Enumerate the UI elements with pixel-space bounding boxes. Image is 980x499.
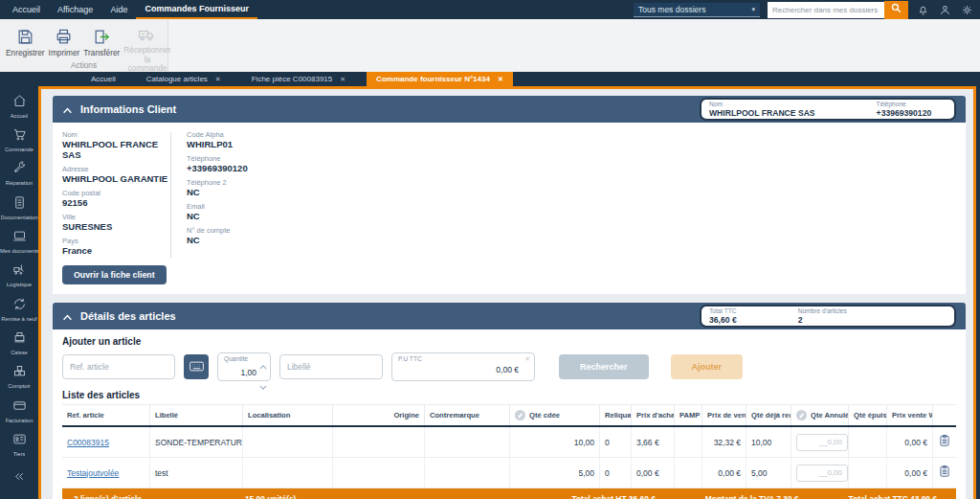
- tab-accueil[interactable]: Accueil: [81, 72, 125, 86]
- unit-price-field[interactable]: P.U TTC 0,00 € ✕: [391, 352, 535, 381]
- close-tab-icon[interactable]: ✕: [215, 76, 221, 83]
- sidebar-item-reparation[interactable]: Réparation: [0, 157, 38, 191]
- tab-label: Accueil: [91, 75, 116, 83]
- articles-table: Ref. article Libellé Localisation Origin…: [62, 404, 956, 499]
- sidebar-item-documentation[interactable]: Documentation: [0, 191, 38, 224]
- qte-annulee-input[interactable]: [796, 465, 848, 482]
- sidebar-item-commande[interactable]: Commande: [0, 123, 38, 156]
- refurbish-icon: [12, 297, 27, 315]
- laptop-docs-icon: [12, 229, 27, 247]
- document-tabbar: Accueil Catalogue articles ✕ Fiche pièce…: [0, 72, 980, 86]
- libelle-input[interactable]: [279, 354, 383, 379]
- settings-gear-icon[interactable]: [960, 3, 974, 17]
- ref-article-input[interactable]: [62, 354, 175, 379]
- search-input[interactable]: [768, 2, 884, 18]
- footer-unit-count: 15,00 unité(s): [245, 494, 297, 499]
- client-info-panel: NomWHIRLPOOL FRANCE SAS AdresseWHIRLPOOL…: [53, 123, 966, 294]
- document-icon: [12, 195, 27, 214]
- cash-register-icon: [12, 330, 27, 349]
- footer-total-ht: Total achat HT 36,60 €: [571, 494, 655, 499]
- quantity-value: 1,00: [240, 368, 256, 377]
- chevron-down-icon: ▾: [751, 6, 755, 13]
- clipboard-icon: [938, 465, 951, 481]
- chevrons-left-icon: [13, 469, 26, 487]
- client-summary-name: WHIRLPOOL FRANCE SAS: [709, 108, 815, 118]
- client-num-compte: NC: [187, 235, 248, 245]
- menu-aide[interactable]: Aide: [101, 0, 136, 19]
- nav-sidebar: Accueil Commande Réparation Documentatio…: [0, 86, 38, 499]
- footer-total-ttc: Total achat TTC 43,90 €: [849, 494, 937, 499]
- client-telephone2: NC: [187, 187, 248, 197]
- sidebar-item-logistique[interactable]: Logistique: [0, 259, 38, 292]
- search-button[interactable]: [884, 1, 908, 19]
- wrench-icon: [12, 161, 27, 179]
- tab-label: Fiche pièce C00083915: [252, 75, 333, 83]
- tab-label: Catalogue articles: [146, 75, 208, 83]
- sidebar-item-mes-documents[interactable]: Mes documents: [0, 224, 38, 258]
- table-header-row: Ref. article Libellé Localisation Origin…: [62, 405, 956, 427]
- article-ref-link[interactable]: Testajoutvolée: [67, 468, 119, 478]
- printer-icon: [55, 26, 73, 47]
- row-detail-button[interactable]: [938, 434, 951, 450]
- client-adresse: WHIRLPOOL GARANTIE: [62, 173, 170, 184]
- client-code-postal: 92156: [62, 197, 170, 208]
- client-telephone: +33969390120: [187, 163, 248, 173]
- client-pays: France: [62, 245, 170, 256]
- clear-icon[interactable]: ✕: [524, 355, 530, 363]
- article-ref-link[interactable]: C00083915: [67, 438, 109, 447]
- open-client-file-button[interactable]: Ouvrir la fiche client: [62, 265, 167, 284]
- client-summary-box: Nom WHIRLPOOL FRANCE SAS Téléphone +3396…: [700, 98, 956, 121]
- qte-annulee-input[interactable]: [796, 434, 848, 451]
- quantity-stepper[interactable]: Quantité 1,00: [217, 352, 271, 381]
- edit-column-icon: [796, 410, 807, 420]
- sidebar-item-tiers[interactable]: Tiers: [0, 427, 38, 461]
- tab-commande-fournisseur[interactable]: Commande fournisseur N°1434 ✕: [367, 72, 513, 86]
- spinner-up-icon[interactable]: [259, 356, 267, 374]
- tab-fiche-piece[interactable]: Fiche pièce C00083915 ✕: [242, 72, 355, 86]
- search-article-button[interactable]: Rechercher: [559, 354, 649, 379]
- client-code-alpha: WHIRLP01: [187, 139, 248, 149]
- add-article-title: Ajouter un article: [62, 336, 956, 347]
- column-divider: [170, 132, 171, 259]
- menu-affichage[interactable]: Affichage: [49, 0, 101, 19]
- menu-accueil[interactable]: Accueil: [4, 0, 49, 19]
- table-row: C00083915 SONDE-TEMPERATURE NTC... 10,00…: [62, 427, 956, 458]
- row-detail-button[interactable]: [938, 465, 951, 481]
- add-article-button[interactable]: Ajouter: [671, 354, 744, 379]
- invoice-card-icon: [12, 398, 27, 417]
- sidebar-item-facturation[interactable]: Facturation: [0, 394, 38, 427]
- cart-icon: [12, 127, 27, 146]
- client-section-header[interactable]: Informations Client Nom WHIRLPOOL FRANCE…: [53, 96, 966, 123]
- counter-icon: [12, 364, 27, 382]
- sidebar-item-comptoir[interactable]: Comptoir: [0, 360, 38, 394]
- tab-catalogue-articles[interactable]: Catalogue articles ✕: [137, 72, 231, 86]
- sidebar-item-caisse[interactable]: Caisse: [0, 326, 38, 359]
- articles-section-title: Détails des articles: [80, 310, 176, 322]
- add-article-form: Quantité 1,00 P.U TTC 0,00 € ✕ Recherche…: [62, 352, 956, 381]
- menu-commandes-fournisseur[interactable]: Commandes Fournisseur: [136, 0, 257, 19]
- sidebar-item-remise-a-neuf[interactable]: Remise à neuf: [0, 292, 38, 326]
- ribbon-group-actions: Enregistrer Imprimer Transférer Réceptio…: [0, 19, 168, 72]
- transfer-icon: [93, 26, 111, 47]
- chevron-up-icon[interactable]: [62, 101, 73, 118]
- close-tab-icon[interactable]: ✕: [340, 76, 345, 83]
- sidebar-item-accueil[interactable]: Accueil: [0, 89, 38, 123]
- home-icon: [12, 94, 27, 112]
- sidebar-collapse-button[interactable]: [0, 462, 38, 495]
- search-icon: [890, 2, 902, 17]
- spinner-down-icon[interactable]: [259, 376, 267, 394]
- article-lookup-button[interactable]: [184, 354, 209, 379]
- unit-price-value: 0,00 €: [496, 365, 519, 374]
- ribbon-group-label: Actions: [0, 60, 167, 70]
- chevron-up-icon[interactable]: [62, 307, 73, 325]
- folder-filter-select[interactable]: Tous mes dossiers ▾: [634, 3, 760, 17]
- articles-section-header[interactable]: Détails des articles Total TTC 36,60 € N…: [53, 303, 966, 329]
- print-button-label: Imprimer: [49, 49, 80, 58]
- notifications-bell-icon[interactable]: [916, 3, 930, 17]
- user-account-icon[interactable]: [938, 3, 952, 17]
- id-card-icon: [12, 432, 27, 450]
- forklift-icon: [12, 262, 27, 281]
- client-email: NC: [187, 211, 248, 221]
- keyboard-icon: [189, 360, 204, 374]
- close-tab-icon[interactable]: ✕: [498, 76, 503, 83]
